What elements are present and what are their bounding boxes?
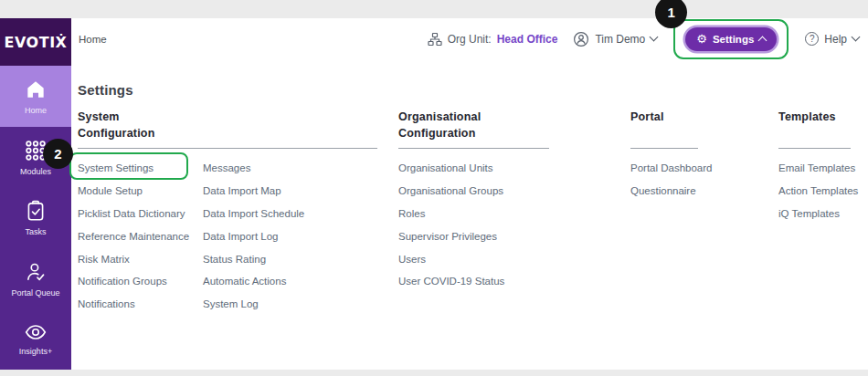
settings-link[interactable]: Picklist Data Dictionary [78, 203, 189, 225]
settings-link-list: Organisational UnitsOrganisational Group… [398, 157, 504, 293]
settings-button-wrap: ⚙ Settings 1 [685, 27, 777, 51]
topbar-right: Org Unit: Head Office Tim Demo [428, 27, 859, 51]
home-icon [24, 78, 48, 101]
settings-link[interactable]: Messages [203, 157, 304, 180]
breadcrumb[interactable]: Home [79, 34, 107, 45]
portal-queue-icon [24, 260, 48, 284]
annotation-ring-system-settings [69, 152, 188, 180]
column-heading: Templates [778, 110, 836, 126]
help-icon: ? [805, 32, 819, 46]
sidebar-item-portal-queue[interactable]: Portal Queue [0, 248, 71, 309]
settings-link[interactable]: Users [398, 247, 504, 270]
settings-link[interactable]: Reference Maintenance [78, 225, 189, 247]
org-chart-icon [428, 32, 442, 47]
sidebar-item-label: Modules [20, 167, 51, 176]
settings-link[interactable]: Module Setup [78, 180, 189, 203]
sidebar-item-tasks[interactable]: Tasks [0, 187, 71, 248]
column-heading: Organisational Configuration [398, 110, 526, 141]
app-window: EVOTIẊ Home Modules [0, 18, 868, 370]
column-organisational-configuration: Organisational Configuration Organisatio… [398, 110, 526, 141]
column-templates: Templates Email TemplatesAction Template… [778, 110, 836, 126]
settings-link[interactable]: Email Templates [778, 157, 858, 180]
topbar: Home Org Unit: Head Office [71, 18, 868, 59]
user-name: Tim Demo [595, 33, 645, 46]
settings-link[interactable]: Status Rating [203, 247, 304, 270]
sidebar-item-insights[interactable]: Insights+ [0, 308, 71, 370]
chevron-down-icon [852, 33, 861, 42]
settings-link[interactable]: Data Import Map [203, 180, 304, 203]
settings-link-list: Portal DashboardQuestionnaire [630, 157, 713, 203]
column-system-configuration: System Configuration System SettingsModu… [78, 110, 180, 141]
help-label: Help [824, 33, 847, 46]
settings-link[interactable]: Supervisor Privileges [398, 225, 504, 247]
insights-icon [24, 322, 48, 342]
settings-link-list: MessagesData Import MapData Import Sched… [203, 157, 304, 316]
settings-link[interactable]: Action Templates [778, 180, 858, 203]
screenshot-root: EVOTIẊ Home Modules [0, 0, 868, 376]
sidebar-item-label: Portal Queue [11, 288, 59, 298]
tasks-icon [24, 199, 48, 223]
org-unit-label: Org Unit: [448, 33, 492, 46]
settings-link[interactable]: Data Import Schedule [203, 203, 304, 225]
settings-link[interactable]: Notifications [78, 293, 189, 316]
divider [630, 148, 698, 149]
column-portal: Portal Portal DashboardQuestionnaire [630, 110, 664, 126]
column-heading: Portal [630, 110, 664, 126]
sidebar-item-label: Tasks [25, 227, 46, 236]
main-area: Home Org Unit: Head Office [71, 18, 868, 370]
column-heading: System Configuration [78, 110, 180, 141]
settings-link[interactable]: System Log [203, 293, 304, 316]
settings-link[interactable]: Data Import Log [203, 225, 304, 247]
settings-link[interactable]: Risk Matrix [78, 247, 189, 270]
divider [78, 148, 377, 149]
settings-link-list: Email TemplatesAction TemplatesiQ Templa… [778, 157, 858, 225]
divider [398, 148, 549, 149]
chevron-down-icon [650, 33, 659, 42]
sidebar-item-label: Home [25, 106, 47, 115]
settings-link[interactable]: Roles [398, 203, 504, 225]
org-unit-group: Org Unit: Head Office [428, 32, 558, 47]
sidebar: EVOTIẊ Home Modules [0, 18, 71, 370]
settings-link[interactable]: User COVID-19 Status [398, 270, 504, 293]
settings-link[interactable]: Automatic Actions [203, 270, 304, 293]
page-title: Settings [78, 82, 133, 98]
settings-link[interactable]: Questionnaire [630, 180, 713, 203]
sidebar-item-label: Insights+ [19, 347, 52, 356]
org-unit-value[interactable]: Head Office [497, 33, 558, 46]
sidebar-item-home[interactable]: Home [0, 66, 71, 127]
settings-link[interactable]: Notification Groups [78, 270, 189, 293]
user-icon [573, 31, 589, 47]
settings-link[interactable]: Organisational Units [398, 157, 504, 180]
divider [778, 148, 851, 149]
help-menu[interactable]: ? Help [805, 32, 859, 46]
settings-link[interactable]: iQ Templates [778, 203, 858, 225]
annotation-ring-settings [673, 19, 789, 59]
evotix-logo[interactable]: EVOTIẊ [0, 18, 71, 66]
settings-content: Settings System Configuration System Set… [71, 59, 868, 370]
settings-link[interactable]: Organisational Groups [398, 180, 504, 203]
user-menu[interactable]: Tim Demo [573, 31, 657, 47]
annotation-step-badge-2: 2 [43, 139, 73, 169]
settings-link-list: System SettingsModule SetupPicklist Data… [78, 157, 189, 316]
settings-link[interactable]: Portal Dashboard [630, 157, 713, 180]
